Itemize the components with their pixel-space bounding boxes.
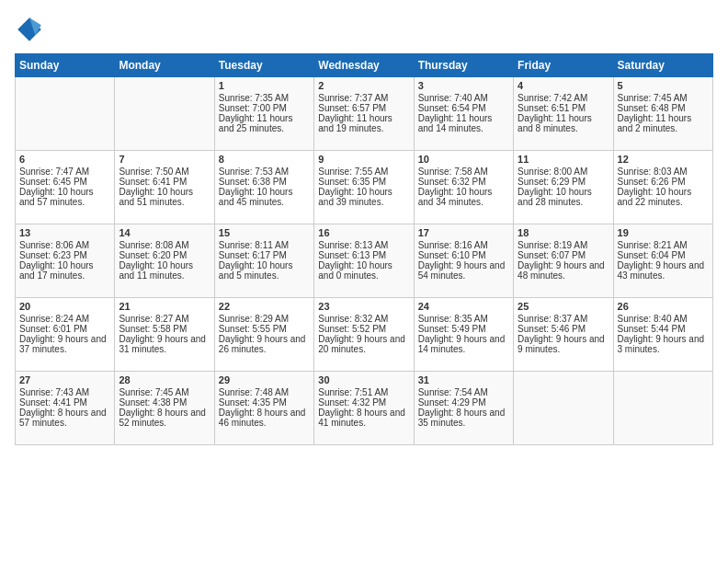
cell-content-line: Daylight: 9 hours and 26 minutes. <box>219 334 310 354</box>
calendar-cell: 29Sunrise: 7:48 AMSunset: 4:35 PMDayligh… <box>214 372 313 445</box>
cell-content-line: Sunset: 6:13 PM <box>318 250 409 260</box>
calendar-cell: 20Sunrise: 8:24 AMSunset: 6:01 PMDayligh… <box>16 298 115 372</box>
cell-content-line: Sunset: 5:52 PM <box>318 324 409 334</box>
day-number: 28 <box>119 374 210 385</box>
cell-content-line: Sunrise: 7:43 AM <box>19 387 110 397</box>
cell-content-line: Sunrise: 7:35 AM <box>219 93 310 103</box>
calendar-cell: 18Sunrise: 8:19 AMSunset: 6:07 PMDayligh… <box>514 224 613 298</box>
cell-content-line: Sunset: 4:32 PM <box>318 397 409 408</box>
cell-content-line: Daylight: 9 hours and 37 minutes. <box>19 334 110 354</box>
calendar-cell: 10Sunrise: 7:58 AMSunset: 6:32 PMDayligh… <box>414 151 513 224</box>
cell-content-line: Sunset: 4:38 PM <box>119 397 210 408</box>
cell-content-line: Sunrise: 8:35 AM <box>418 314 509 324</box>
day-number: 16 <box>318 227 409 238</box>
cell-content-line: Sunset: 6:17 PM <box>219 250 310 260</box>
cell-content-line: Daylight: 9 hours and 14 minutes. <box>418 334 509 354</box>
calendar-cell <box>613 372 712 445</box>
cell-content-line: Sunrise: 7:45 AM <box>618 93 709 103</box>
weekday-header-tuesday: Tuesday <box>214 54 313 77</box>
cell-content-line: Sunset: 5:46 PM <box>518 324 609 334</box>
cell-content-line: Daylight: 9 hours and 20 minutes. <box>318 334 409 354</box>
cell-content-line: Sunrise: 8:29 AM <box>219 314 310 324</box>
calendar-cell: 5Sunrise: 7:45 AMSunset: 6:48 PMDaylight… <box>613 77 712 151</box>
cell-content-line: Sunset: 6:23 PM <box>19 250 110 260</box>
cell-content-line: Daylight: 10 hours and 0 minutes. <box>318 260 409 281</box>
cell-content-line: Sunrise: 7:40 AM <box>418 93 509 103</box>
calendar-cell: 26Sunrise: 8:40 AMSunset: 5:44 PMDayligh… <box>613 298 712 372</box>
cell-content-line: Daylight: 10 hours and 22 minutes. <box>618 187 709 207</box>
cell-content-line: Daylight: 9 hours and 9 minutes. <box>518 334 609 354</box>
day-number: 21 <box>119 301 210 312</box>
cell-content-line: Daylight: 9 hours and 3 minutes. <box>618 334 709 354</box>
day-number: 7 <box>119 154 210 165</box>
cell-content-line: Sunrise: 7:48 AM <box>219 387 310 397</box>
calendar-cell: 12Sunrise: 8:03 AMSunset: 6:26 PMDayligh… <box>613 151 712 224</box>
day-number: 6 <box>19 154 110 165</box>
cell-content-line: Sunset: 7:00 PM <box>219 103 310 113</box>
cell-content-line: Sunset: 5:55 PM <box>219 324 310 334</box>
calendar-cell: 14Sunrise: 8:08 AMSunset: 6:20 PMDayligh… <box>115 224 214 298</box>
weekday-header-thursday: Thursday <box>414 54 513 77</box>
cell-content-line: Daylight: 10 hours and 34 minutes. <box>418 187 509 207</box>
logo-icon <box>15 15 44 44</box>
day-number: 5 <box>618 80 709 91</box>
cell-content-line: Daylight: 10 hours and 17 minutes. <box>19 260 110 281</box>
calendar-cell: 4Sunrise: 7:42 AMSunset: 6:51 PMDaylight… <box>514 77 613 151</box>
calendar-cell: 15Sunrise: 8:11 AMSunset: 6:17 PMDayligh… <box>214 224 313 298</box>
header <box>15 15 713 44</box>
cell-content-line: Daylight: 10 hours and 28 minutes. <box>518 187 609 207</box>
cell-content-line: Daylight: 11 hours and 14 minutes. <box>418 113 509 133</box>
cell-content-line: Sunrise: 8:40 AM <box>618 314 709 324</box>
calendar-cell: 19Sunrise: 8:21 AMSunset: 6:04 PMDayligh… <box>613 224 712 298</box>
calendar-week-row: 6Sunrise: 7:47 AMSunset: 6:45 PMDaylight… <box>16 151 713 224</box>
cell-content-line: Sunset: 5:44 PM <box>618 324 709 334</box>
cell-content-line: Daylight: 9 hours and 48 minutes. <box>518 260 609 281</box>
cell-content-line: Sunrise: 7:47 AM <box>19 167 110 177</box>
cell-content-line: Sunrise: 8:27 AM <box>119 314 210 324</box>
day-number: 24 <box>418 301 509 312</box>
cell-content-line: Sunset: 4:29 PM <box>418 397 509 408</box>
cell-content-line: Daylight: 10 hours and 5 minutes. <box>219 260 310 281</box>
calendar-cell: 21Sunrise: 8:27 AMSunset: 5:58 PMDayligh… <box>115 298 214 372</box>
day-number: 13 <box>19 227 110 238</box>
calendar-cell: 30Sunrise: 7:51 AMSunset: 4:32 PMDayligh… <box>314 372 414 445</box>
calendar-cell: 27Sunrise: 7:43 AMSunset: 4:41 PMDayligh… <box>16 372 115 445</box>
cell-content-line: Daylight: 8 hours and 35 minutes. <box>418 408 509 428</box>
day-number: 29 <box>219 374 310 385</box>
cell-content-line: Sunset: 6:26 PM <box>618 177 709 187</box>
day-number: 4 <box>518 80 609 91</box>
cell-content-line: Sunset: 6:10 PM <box>418 250 509 260</box>
calendar-body: 1Sunrise: 7:35 AMSunset: 7:00 PMDaylight… <box>16 77 713 445</box>
cell-content-line: Daylight: 9 hours and 31 minutes. <box>119 334 210 354</box>
cell-content-line: Sunset: 6:38 PM <box>219 177 310 187</box>
cell-content-line: Sunrise: 8:16 AM <box>418 240 509 250</box>
calendar-cell <box>514 372 613 445</box>
cell-content-line: Sunrise: 8:24 AM <box>19 314 110 324</box>
calendar-week-row: 1Sunrise: 7:35 AMSunset: 7:00 PMDaylight… <box>16 77 713 151</box>
day-number: 2 <box>318 80 409 91</box>
day-number: 15 <box>219 227 310 238</box>
cell-content-line: Sunset: 6:01 PM <box>19 324 110 334</box>
cell-content-line: Sunrise: 7:55 AM <box>318 167 409 177</box>
day-number: 18 <box>518 227 609 238</box>
calendar-cell <box>16 77 115 151</box>
cell-content-line: Daylight: 11 hours and 25 minutes. <box>219 113 310 133</box>
calendar-cell <box>115 77 214 151</box>
cell-content-line: Sunrise: 8:21 AM <box>618 240 709 250</box>
cell-content-line: Sunrise: 7:53 AM <box>219 167 310 177</box>
day-number: 27 <box>19 374 110 385</box>
cell-content-line: Daylight: 11 hours and 19 minutes. <box>318 113 409 133</box>
day-number: 9 <box>318 154 409 165</box>
cell-content-line: Sunset: 6:54 PM <box>418 103 509 113</box>
day-number: 10 <box>418 154 509 165</box>
day-number: 3 <box>418 80 509 91</box>
day-number: 22 <box>219 301 310 312</box>
cell-content-line: Sunrise: 8:32 AM <box>318 314 409 324</box>
day-number: 25 <box>518 301 609 312</box>
cell-content-line: Sunrise: 7:58 AM <box>418 167 509 177</box>
weekday-header-monday: Monday <box>115 54 214 77</box>
calendar-cell: 25Sunrise: 8:37 AMSunset: 5:46 PMDayligh… <box>514 298 613 372</box>
calendar-cell: 31Sunrise: 7:54 AMSunset: 4:29 PMDayligh… <box>414 372 513 445</box>
cell-content-line: Sunrise: 8:00 AM <box>518 167 609 177</box>
cell-content-line: Daylight: 8 hours and 57 minutes. <box>19 408 110 428</box>
